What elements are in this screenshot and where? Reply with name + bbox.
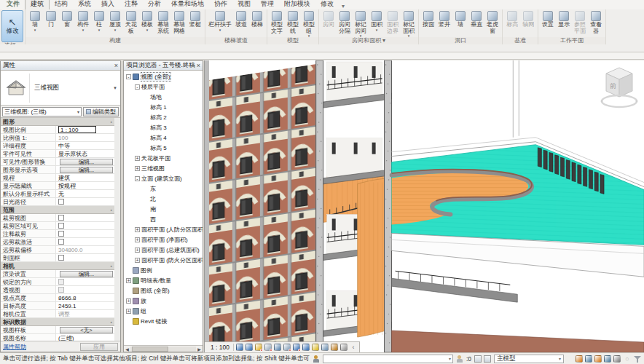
property-value[interactable] [56, 278, 114, 285]
tab-注释[interactable]: 注释 [119, 0, 143, 9]
tree-node[interactable]: +面积平面 (净面积) [124, 234, 203, 245]
tree-node-label[interactable]: 标高 5 [150, 144, 167, 152]
type-selector[interactable]: 三维视图 ▾ [1, 71, 120, 106]
properties-help-link[interactable]: 属性帮助 [3, 343, 26, 351]
tab-管理[interactable]: 管理 [256, 0, 279, 9]
collapse-icon[interactable]: ‹ [350, 344, 357, 351]
tree-node[interactable]: 图纸 (全部) [124, 285, 203, 296]
instance-selector[interactable]: 三维视图: (三维)▾ [2, 107, 82, 116]
room-separator-button[interactable]: 房间分隔 [337, 10, 353, 37]
roof-button[interactable]: 屋顶▾ [107, 10, 123, 37]
tree-node-label[interactable]: 图纸 (全部) [141, 287, 170, 295]
browser-hscrollbar[interactable]: ◀ ▶ [124, 345, 203, 352]
properties-close-icon[interactable]: × [114, 62, 118, 69]
shaft-button[interactable]: 竖井 [436, 10, 452, 37]
tree-node[interactable]: +组 [124, 306, 203, 316]
door-button[interactable]: 门 [43, 10, 59, 37]
mullion-button[interactable]: 竖梃 [187, 10, 203, 37]
tree-node-label[interactable]: 面积平面 (总建筑面积) [141, 246, 200, 254]
tree-node-label[interactable]: 东 [150, 185, 156, 193]
property-value-input[interactable]: 1 : 100 [58, 126, 96, 133]
set-workplane-button[interactable]: 设置 [540, 10, 556, 37]
property-checkbox[interactable] [58, 239, 64, 245]
property-group-3[interactable]: 标识数据▪ [1, 318, 114, 326]
property-value[interactable]: 编辑... [56, 270, 114, 277]
tab-体量和场地[interactable]: 体量和场地 [166, 0, 209, 9]
tree-node-label[interactable]: 组 [141, 307, 146, 315]
tree-node-label[interactable]: 视图 (全部) [141, 72, 171, 82]
show-displacement-sets-icon[interactable] [331, 344, 338, 351]
tree-expander-icon[interactable]: - [135, 176, 140, 181]
tree-expander-icon[interactable]: + [126, 278, 131, 283]
selection-filter-icon[interactable] [634, 355, 641, 363]
tree-node[interactable]: 北 [124, 194, 203, 204]
tree-node-label[interactable]: Revit 链接 [141, 317, 167, 325]
tab-插入[interactable]: 插入 [96, 0, 119, 9]
model-text-button[interactable]: 模型文字 [269, 10, 285, 37]
curtain-grid-button[interactable]: 幕墙网格 [171, 10, 187, 37]
tab-结构[interactable]: 结构 [50, 0, 73, 9]
editing-requests-icon[interactable] [456, 355, 463, 363]
tree-node[interactable]: +面积平面 (防火分区面积) [124, 255, 203, 265]
property-value[interactable]: 编辑... [56, 166, 114, 173]
ribbon-options-icon[interactable]: ▾ [342, 3, 345, 9]
property-group-1[interactable]: 范围▪ [1, 206, 114, 214]
apply-button[interactable]: 应用 [80, 343, 118, 351]
tab-系统[interactable]: 系统 [73, 0, 96, 9]
tree-node[interactable]: 场地 [124, 92, 203, 102]
property-value[interactable]: (三维) [56, 334, 114, 341]
tab-建筑[interactable]: 建筑 [25, 0, 50, 9]
tab-修改[interactable]: 修改 [315, 0, 339, 9]
tree-node[interactable]: 标高 5 [124, 143, 203, 153]
scroll-track[interactable] [130, 347, 196, 352]
properties-title-bar[interactable]: 属性 × [1, 61, 120, 71]
tree-node-label[interactable]: 面积平面 (防火分区面积) [141, 256, 203, 264]
tab-文件[interactable]: 文件 [1, 0, 25, 9]
property-value[interactable]: 显示原状态 [56, 150, 114, 157]
property-edit-button[interactable]: 编辑... [60, 159, 113, 165]
tree-node-label[interactable]: 标高 3 [150, 124, 167, 132]
ribbon-panel-label-1[interactable]: 楼梯坡道 [205, 37, 267, 44]
temporary-view-properties-icon[interactable] [321, 344, 329, 351]
stair-button[interactable]: 楼梯 [249, 10, 265, 37]
select-panel-label[interactable]: 选择 ▾ [0, 42, 25, 44]
show-workplane-button[interactable]: 显示 [556, 10, 572, 37]
select-pinned-elements-icon[interactable] [594, 355, 602, 363]
property-value[interactable]: 1 : 100 [56, 126, 114, 133]
design-option-combobox[interactable]: ▾ [323, 355, 453, 363]
property-value[interactable] [56, 238, 114, 245]
property-value[interactable]: 中等 [56, 142, 114, 149]
tree-expander-icon[interactable]: + [135, 237, 140, 242]
property-checkbox[interactable] [58, 255, 64, 261]
worksets-dialog-icon[interactable] [474, 355, 482, 363]
property-value[interactable] [56, 254, 114, 261]
property-value[interactable] [56, 222, 114, 229]
property-value[interactable] [56, 198, 114, 205]
sun-path-icon[interactable] [255, 344, 262, 351]
tree-node[interactable]: -视图 (全部) [124, 71, 203, 82]
shadows-icon[interactable] [264, 344, 272, 351]
detail-level-icon[interactable] [236, 344, 243, 351]
tree-node[interactable]: -立面 (建筑立面) [124, 173, 203, 183]
tree-node[interactable]: 标高 2 [124, 112, 203, 122]
tree-node[interactable]: +面积平面 (人防分区面积) [124, 224, 203, 234]
tree-expander-icon[interactable]: + [135, 156, 140, 161]
tree-node[interactable]: 图例 [124, 265, 203, 275]
ribbon-panel-label-3[interactable]: 房间和面积 ▾ [319, 37, 418, 44]
modify-button[interactable]: ↖ 修改 [1, 10, 23, 42]
scroll-left-icon[interactable]: ◀ [124, 347, 130, 352]
ceiling-button[interactable]: 天花板 [123, 10, 139, 37]
tree-node[interactable]: 标高 1 [124, 102, 203, 112]
property-edit-button[interactable]: <无> [60, 327, 113, 333]
tree-node-label[interactable]: 北 [150, 195, 156, 203]
dormer-button[interactable]: 老虎窗 [484, 10, 500, 37]
model-group-button[interactable]: 模型组▾ [301, 10, 317, 37]
reveal-constraints-icon[interactable] [340, 344, 347, 351]
tree-expander-icon[interactable]: - [126, 74, 131, 79]
tab-协作[interactable]: 协作 [209, 0, 232, 9]
crop-view-icon[interactable] [283, 344, 291, 351]
property-value[interactable] [56, 286, 114, 293]
tree-node[interactable]: 南 [124, 204, 203, 214]
tree-node-label[interactable]: 标高 2 [150, 114, 167, 122]
window-button[interactable]: 窗 [59, 10, 75, 37]
